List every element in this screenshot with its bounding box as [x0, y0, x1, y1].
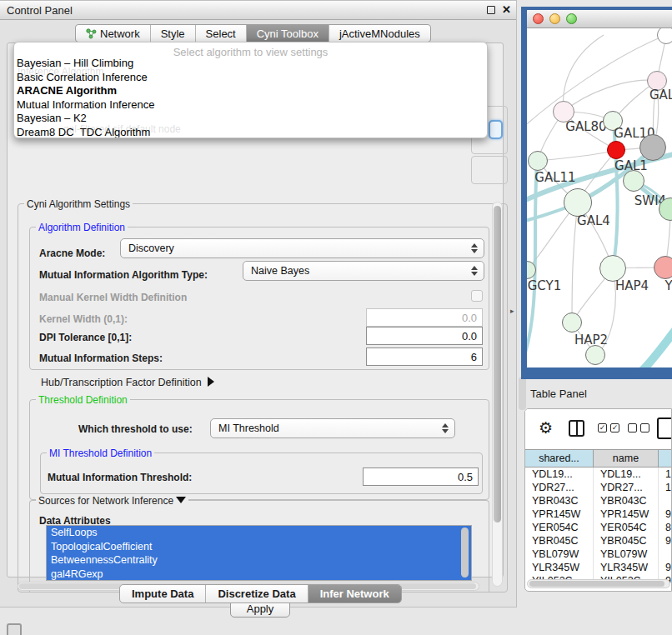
node-label: Y [664, 278, 672, 293]
algorithm-option[interactable]: Bayesian – Hill Climbing [17, 57, 484, 71]
table-cell [659, 494, 672, 508]
table-cell: YBR045C [525, 534, 594, 548]
table-row[interactable]: YER054CYER054C8. [525, 521, 672, 534]
table-cell: 13 [659, 468, 672, 481]
network-view-window: GALGAL80GAL10GAL1GAL11SWI4GAL4GCY1HAP4YH… [521, 7, 672, 379]
minimize-traffic-light-icon[interactable] [549, 13, 560, 24]
collapsed-arrow-icon [208, 377, 214, 387]
close-traffic-light-icon[interactable] [533, 13, 544, 24]
column-layout-icon[interactable] [569, 420, 584, 437]
network-window-titlebar[interactable] [527, 10, 672, 28]
table-cell: 12 [659, 481, 672, 494]
column-header-A[interactable]: A [659, 450, 672, 467]
table-cell: YLR345W [594, 561, 659, 574]
select-all-checkboxes-icon[interactable]: ✓✓ [598, 423, 619, 432]
node[interactable] [585, 345, 605, 365]
network-selector-groupbox-fragment [471, 156, 508, 184]
mi-threshold-field[interactable]: 0.5 [363, 468, 479, 486]
kernel-width-field[interactable]: 0.0 [366, 308, 483, 327]
scrollbar-thumb[interactable] [529, 581, 664, 587]
node-gal11[interactable] [528, 151, 548, 171]
zoom-traffic-light-icon[interactable] [566, 13, 577, 24]
algorithm-option[interactable]: Mutual Information Inference [17, 98, 484, 112]
control-panel-titlebar: Control Panel ✕ [0, 1, 516, 20]
attribute-item[interactable]: gal4RGexp [47, 568, 471, 582]
algorithm-option[interactable]: ARACNE Algorithm [17, 84, 484, 98]
table-row[interactable]: YDR27...YDR27...12 [525, 481, 672, 494]
tab-network[interactable]: Network [76, 25, 151, 42]
kernel-width-label: Kernel Width (0,1): [39, 313, 128, 325]
tab-cyni-toolbox[interactable]: Cyni Toolbox [247, 25, 329, 42]
table-horizontal-scrollbar[interactable] [527, 579, 670, 588]
dpi-tolerance-field[interactable]: 0.0 [366, 327, 483, 345]
column-header-shared[interactable]: shared... [525, 450, 594, 467]
gear-icon[interactable]: ⚙ [539, 419, 553, 438]
algorithm-dropdown-popup: Inference Algorithm gal-filtered sif def… [13, 42, 488, 138]
node-gal1[interactable] [607, 141, 625, 159]
network-icon [86, 28, 97, 39]
node-gal4[interactable] [564, 188, 592, 217]
table-row[interactable]: YBR045CYBR045C9. [525, 534, 672, 548]
settings-vertical-scrollbar[interactable] [492, 202, 503, 587]
node-hap2[interactable] [562, 312, 582, 332]
algorithm-option[interactable]: Dream8 DC_TDC Algorithm [17, 126, 484, 139]
table-cell: YER054C [594, 521, 659, 534]
table-row[interactable]: YLR345WYLR345W9. [525, 561, 672, 574]
column-header-name[interactable]: name [594, 450, 659, 467]
panel-splitter[interactable] [519, 377, 526, 410]
table-cell: 9. [659, 561, 672, 574]
splitter-grip-icon[interactable]: ▸ [510, 307, 514, 315]
settings-group-title: Cyni Algorithm Settings [24, 198, 133, 210]
new-table-icon[interactable] [657, 418, 672, 439]
tab-jactivemnodules[interactable]: jActiveMNodules [329, 25, 430, 42]
node[interactable] [657, 28, 672, 44]
table-row[interactable]: YBL079WYBL079W [525, 548, 672, 561]
node-attribute-table[interactable]: shared...nameAYDL19...YDL19...13YDR27...… [525, 449, 672, 588]
table-cell: 9. [659, 534, 672, 548]
float-window-icon[interactable] [487, 6, 495, 14]
node-label: GAL [649, 88, 672, 102]
table-header-row: shared...nameA [525, 449, 672, 468]
aracne-mode-combo[interactable]: Discovery [120, 238, 484, 258]
node-y[interactable] [654, 256, 672, 279]
sources-group-title[interactable]: Sources for Network Inference [36, 495, 188, 507]
table-row[interactable]: YBR043CYBR043C [525, 494, 672, 508]
table-cell: 8. [659, 521, 672, 534]
data-attributes-list[interactable]: SelfLoopsTopologicalCoefficientBetweenne… [46, 525, 472, 581]
table-cell [659, 548, 672, 561]
algorithm-option[interactable]: Basic Correlation Inference [17, 71, 484, 85]
algorithm-option[interactable]: Bayesian – K2 [17, 112, 484, 126]
node[interactable] [639, 134, 666, 161]
tab-discretize-data[interactable]: Discretize Data [206, 585, 308, 602]
close-icon[interactable]: ✕ [502, 4, 511, 16]
scrollbar-thumb[interactable] [494, 206, 501, 522]
aracne-mode-label: Aracne Mode: [39, 248, 105, 259]
tab-select[interactable]: Select [196, 25, 247, 42]
hub-definition-toggle[interactable]: Hub/Transcription Factor Definition [41, 377, 214, 388]
table-cell: YDL19... [525, 468, 594, 481]
threshold-definition-title: Threshold Definition [36, 394, 130, 406]
panel-title: Control Panel [0, 4, 73, 17]
which-threshold-combo[interactable]: MI Threshold [210, 418, 455, 438]
control-panel-tab-bar: NetworkStyleSelectCyni ToolboxjActiveMNo… [75, 24, 431, 42]
table-row[interactable]: YDL19...YDL19...13 [525, 468, 672, 481]
tab-style[interactable]: Style [151, 25, 196, 42]
table-panel-toolbar: ⚙ ✓✓ [525, 409, 671, 449]
attribute-item[interactable]: SelfLoops [47, 526, 471, 540]
attribute-item[interactable]: BetweennessCentrality [47, 553, 471, 568]
deselect-all-checkboxes-icon[interactable] [628, 423, 649, 432]
mi-type-combo[interactable]: Naive Bayes [243, 261, 484, 281]
algorithm-combo-stepper[interactable] [489, 120, 503, 139]
mi-threshold-definition-title: MI Threshold Definition [47, 448, 154, 459]
mi-steps-field[interactable]: 6 [366, 348, 483, 366]
list-scrollbar[interactable] [461, 528, 469, 578]
network-canvas[interactable]: GALGAL80GAL10GAL1GAL11SWI4GAL4GCY1HAP4YH… [527, 28, 672, 368]
table-row[interactable]: YPR145WYPR145W9. [525, 508, 672, 521]
tab-impute-data[interactable]: Impute Data [120, 585, 206, 602]
tab-infer-network[interactable]: Infer Network [308, 585, 401, 602]
node-swi4[interactable] [623, 170, 644, 192]
attribute-item[interactable]: TopologicalCoefficient [47, 540, 471, 554]
tab-label: Select [206, 28, 236, 40]
minimized-panel-icon[interactable] [7, 623, 22, 635]
manual-kernel-checkbox[interactable] [471, 290, 483, 302]
